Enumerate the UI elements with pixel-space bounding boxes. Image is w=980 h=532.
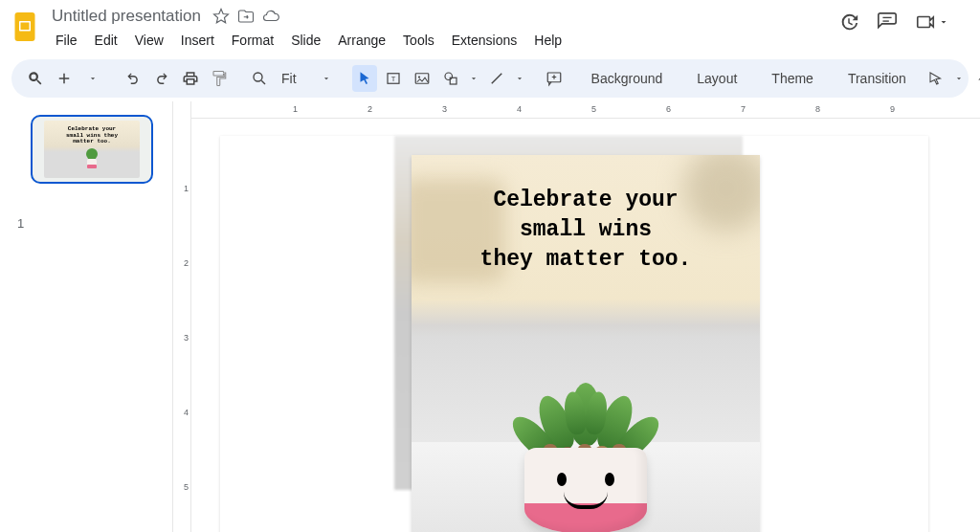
smile-icon [564, 492, 608, 509]
hruler-tick: 2 [368, 104, 372, 114]
undo-button[interactable] [121, 65, 145, 92]
shape-button[interactable] [438, 65, 463, 92]
svg-point-5 [254, 73, 262, 81]
canvas-column: 1 2 3 4 5 6 7 8 9 Celebrate your small w… [191, 101, 980, 532]
menu-extensions[interactable]: Extensions [444, 31, 524, 50]
image-front[interactable]: Celebrate your small wins they matter to… [412, 155, 760, 532]
vruler-tick: 4 [175, 408, 189, 417]
slide-1[interactable]: Celebrate your small wins they matter to… [220, 136, 928, 532]
menu-slide[interactable]: Slide [283, 31, 328, 50]
menu-insert[interactable]: Insert [173, 31, 222, 50]
new-slide-button[interactable] [52, 65, 77, 92]
cloud-status-icon[interactable] [262, 8, 279, 25]
svg-point-10 [417, 76, 419, 78]
line-dropdown[interactable] [513, 65, 526, 92]
thumb-text: Celebrate your small wins they matter to… [61, 126, 122, 145]
present-dropdown-icon[interactable] [938, 16, 949, 28]
layout-button[interactable]: Layout [687, 65, 746, 92]
search-menu-button[interactable] [23, 65, 48, 92]
svg-line-6 [261, 80, 265, 84]
svg-rect-17 [87, 165, 97, 168]
mode-dropdown[interactable] [952, 65, 966, 92]
svg-rect-2 [21, 23, 30, 31]
thumb-preview: Celebrate your small wins they matter to… [44, 121, 140, 178]
menu-help[interactable]: Help [526, 31, 569, 50]
horizontal-ruler: 1 2 3 4 5 6 7 8 9 [191, 101, 980, 119]
transition-button[interactable]: Transition [838, 65, 916, 92]
vertical-ruler: 1 2 3 4 5 [172, 101, 191, 532]
doc-title[interactable]: Untitled presentation [48, 6, 205, 27]
vruler-tick: 5 [175, 482, 189, 492]
paint-format-button[interactable] [207, 65, 232, 92]
zoom-button[interactable] [247, 65, 272, 92]
plant-illustration [500, 323, 672, 532]
slides-logo-icon [11, 10, 38, 44]
hruler-tick: 4 [517, 104, 522, 114]
inspirational-text: Celebrate your small wins they matter to… [431, 186, 741, 275]
slide-thumbnail-1[interactable]: Celebrate your small wins they matter to… [31, 115, 153, 184]
svg-point-15 [86, 148, 98, 160]
hruler-tick: 7 [741, 104, 746, 114]
hruler-tick: 1 [293, 104, 298, 114]
star-icon[interactable] [212, 8, 230, 25]
zoom-label: Fit [281, 71, 297, 86]
vruler-tick: 3 [175, 333, 189, 343]
menu-edit[interactable]: Edit [87, 31, 125, 50]
eye-icon [557, 473, 567, 486]
comment-add-button[interactable] [542, 65, 567, 92]
eye-icon [605, 473, 614, 486]
menu-tools[interactable]: Tools [395, 31, 442, 50]
header-bar: Untitled presentation File Edit View Ins… [0, 0, 980, 55]
new-slide-dropdown[interactable] [80, 65, 105, 92]
line-button[interactable] [484, 65, 509, 92]
print-button[interactable] [178, 65, 203, 92]
menu-file[interactable]: File [48, 31, 85, 50]
mode-selector-icon[interactable] [924, 65, 948, 92]
title-area: Untitled presentation File Edit View Ins… [48, 6, 829, 52]
version-history-icon[interactable] [838, 11, 859, 33]
hruler-tick: 9 [890, 104, 895, 114]
shape-dropdown[interactable] [467, 65, 480, 92]
thumb-plant-icon [80, 145, 103, 176]
menu-view[interactable]: View [127, 31, 171, 50]
pot-icon [524, 448, 647, 532]
redo-button[interactable] [149, 65, 174, 92]
hruler-tick: 5 [591, 104, 596, 114]
present-icon[interactable] [915, 11, 936, 33]
toolbar: Fit T Background Layout Theme Transition [11, 59, 969, 98]
chevron-down-icon [322, 74, 331, 83]
comment-icon[interactable] [877, 11, 898, 33]
select-tool-button[interactable] [352, 65, 377, 92]
vruler-tick: 2 [175, 258, 189, 268]
svg-line-13 [491, 74, 501, 84]
hruler-tick: 8 [815, 104, 820, 114]
zoom-level-selector[interactable]: Fit [276, 65, 337, 92]
slide-canvas[interactable]: Celebrate your small wins they matter to… [191, 119, 980, 532]
textbox-button[interactable]: T [381, 65, 406, 92]
film-strip[interactable]: Celebrate your small wins they matter to… [0, 101, 172, 532]
background-button[interactable]: Background [582, 65, 673, 92]
move-folder-icon[interactable] [237, 8, 255, 25]
theme-button[interactable]: Theme [762, 65, 823, 92]
hruler-tick: 6 [666, 104, 671, 114]
menu-bar: File Edit View Insert Format Slide Arran… [48, 29, 829, 52]
hruler-tick: 3 [442, 104, 447, 114]
hide-menus-button[interactable] [969, 65, 980, 92]
vruler-tick: 1 [175, 184, 189, 193]
svg-point-11 [445, 73, 453, 80]
succulent-icon [519, 350, 653, 455]
slide-number: 1 [17, 216, 24, 231]
menu-format[interactable]: Format [224, 31, 281, 50]
svg-text:T: T [390, 75, 395, 83]
image-button[interactable] [410, 65, 434, 92]
menu-arrange[interactable]: Arrange [330, 31, 393, 50]
